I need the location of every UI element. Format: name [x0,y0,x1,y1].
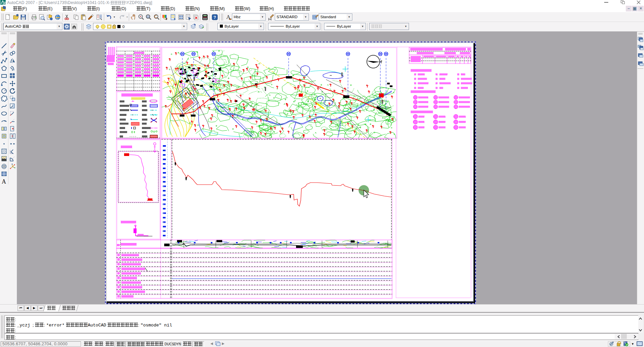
svg-text:?: ? [213,15,216,20]
svg-text:0: 0 [122,25,124,29]
